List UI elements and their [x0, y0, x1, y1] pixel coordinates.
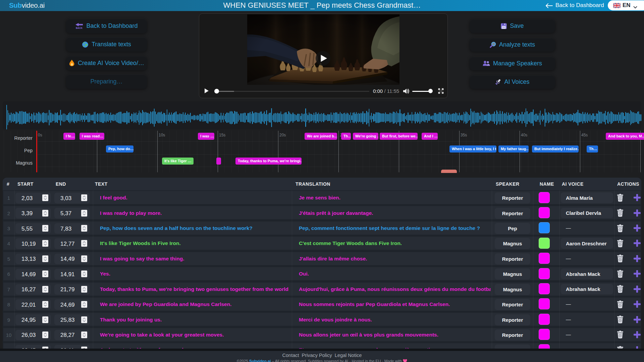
svg-text:BACK: BACK	[76, 27, 83, 29]
